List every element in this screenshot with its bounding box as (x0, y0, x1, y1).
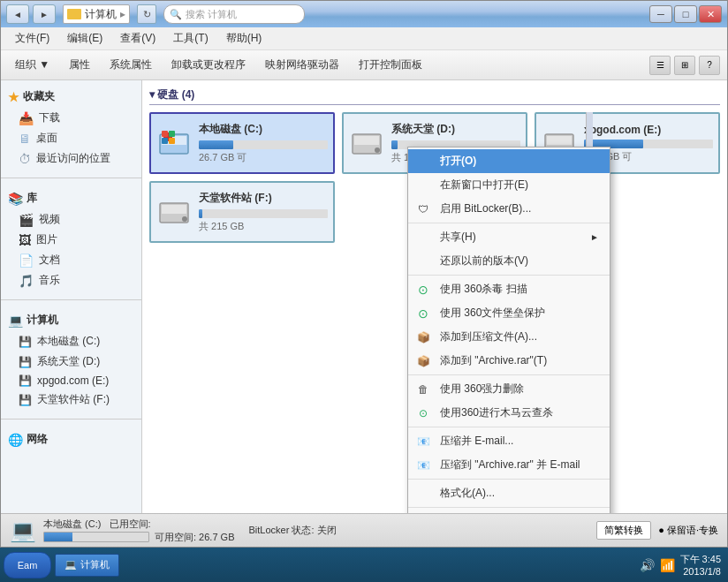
library-icon: 📚 (8, 192, 23, 206)
menu-help[interactable]: 帮助(H) (219, 29, 269, 48)
system-clock: 下午 3:45 2013/1/8 (680, 553, 721, 577)
sidebar-item-drive-d[interactable]: 💾 系统天堂 (D:) (1, 351, 141, 372)
menu-tools[interactable]: 工具(T) (166, 29, 215, 48)
menu-file[interactable]: 文件(F) (8, 29, 57, 48)
minimize-button[interactable]: ─ (649, 5, 672, 23)
drive-d-name: 系统天堂 (D:) (391, 122, 520, 137)
menu-view[interactable]: 查看(V) (113, 29, 163, 48)
maximize-button[interactable]: □ (674, 5, 697, 23)
toolbar-map-drive[interactable]: 映射网络驱动器 (258, 55, 346, 75)
new-window-icon (415, 178, 431, 193)
ctx-open-new-window[interactable]: 在新窗口中打开(E) (408, 173, 610, 197)
search-placeholder: 搜索 计算机 (186, 8, 237, 21)
sidebar-item-video[interactable]: 🎬 视频 (1, 209, 141, 230)
sidebar: ★ 收藏夹 📥 下载 🖥 桌面 ⏱ 最近访问的位置 (1, 80, 142, 513)
network-header: 🌐 网络 (1, 428, 141, 450)
sidebar-item-drive-c[interactable]: 💾 本地磁盘 (C:) (1, 331, 141, 351)
start-button[interactable]: Eam (4, 552, 51, 578)
toolbar-properties[interactable]: 属性 (62, 55, 97, 75)
sidebar-item-pictures[interactable]: 🖼 图片 (1, 230, 141, 250)
address-bar[interactable]: 计算机 ▸ (63, 4, 130, 24)
sidebar-item-documents[interactable]: 📄 文档 (1, 250, 141, 270)
format-icon (415, 486, 431, 502)
clock-time: 下午 3:45 (680, 553, 721, 566)
sidebar-drive-e-label: xpgod.com (E:) (37, 374, 109, 387)
ctx-bitlocker[interactable]: 🛡 启用 BitLocker(B)... (408, 197, 610, 221)
svg-rect-7 (169, 138, 175, 144)
window-controls: ─ □ ✕ (649, 5, 722, 23)
svg-point-16 (182, 216, 187, 222)
task-computer-label: 计算机 (80, 558, 110, 571)
forward-button[interactable]: ► (33, 4, 56, 24)
drive-f-name: 天堂软件站 (F:) (199, 191, 328, 206)
drive-f-item[interactable]: 天堂软件站 (F:) 共 215 GB (149, 181, 335, 243)
toolbar-control-panel[interactable]: 打开控制面板 (352, 55, 429, 75)
library-header: 📚 库 (1, 187, 141, 209)
help-button[interactable]: ? (699, 56, 720, 75)
sidebar-divider-2 (1, 299, 141, 300)
ctx-open[interactable]: 打开(O) (408, 149, 610, 173)
address-arrow: ▸ (120, 8, 125, 20)
ctx-sep-4 (408, 427, 610, 427)
menu-bar: 文件(F) 编辑(E) 查看(V) 工具(T) 帮助(H) (1, 27, 727, 50)
svg-rect-15 (162, 205, 186, 214)
task-computer-icon: 💻 (64, 559, 77, 571)
drive-f-size: 共 215 GB (199, 220, 328, 233)
drive-c-name: 本地磁盘 (C:) (199, 122, 328, 137)
ctx-compress-archive-email[interactable]: 📧 压缩到 "Archive.rar" 并 E-mail (408, 453, 610, 477)
lang-btn-1[interactable]: 简繁转换 (596, 521, 651, 540)
ctx-360-protect[interactable]: ⊙ 使用 360文件堡垒保护 (408, 301, 610, 325)
title-bar: ◄ ► 计算机 ▸ ↻ 🔍 搜索 计算机 ─ □ ✕ (1, 1, 727, 27)
toolbar-system-props[interactable]: 系统属性 (102, 55, 159, 75)
sidebar-item-drive-e[interactable]: 💾 xpgod.com (E:) (1, 372, 141, 389)
360-scan-icon: ⊙ (415, 282, 431, 298)
close-button[interactable]: ✕ (699, 5, 722, 23)
drive-c-item[interactable]: 本地磁盘 (C:) 26.7 GB 可 (149, 112, 335, 174)
drive-c-size: 26.7 GB 可 (199, 151, 328, 164)
sidebar-item-download[interactable]: 📥 下载 (1, 108, 141, 128)
task-computer-button[interactable]: 💻 计算机 (55, 554, 119, 577)
sidebar-video-label: 视频 (39, 212, 60, 227)
360-trojan-icon: ⊙ (415, 405, 431, 421)
download-icon: 📥 (19, 111, 34, 125)
toolbar: 组织 ▼ 属性 系统属性 卸载或更改程序 映射网络驱动器 打开控制面板 ☰ ⊞ … (1, 50, 727, 80)
ctx-360-delete[interactable]: 🗑 使用 360强力删除 (408, 377, 610, 401)
ctx-compress-add[interactable]: 📦 添加到压缩文件(A)... (408, 325, 610, 349)
refresh-button[interactable]: ↻ (137, 4, 156, 24)
toolbar-uninstall[interactable]: 卸载或更改程序 (164, 55, 253, 75)
ctx-360-scan[interactable]: ⊙ 使用 360杀毒 扫描 (408, 277, 610, 301)
tray-icon-2[interactable]: 📶 (660, 558, 675, 572)
ctx-share[interactable]: 共享(H) ► (408, 225, 610, 249)
sidebar-item-drive-f[interactable]: 💾 天堂软件站 (F:) (1, 389, 141, 410)
compress-archive-email-icon: 📧 (415, 457, 431, 473)
drive-f-bar-fill (199, 209, 202, 218)
ctx-compress-email[interactable]: 📧 压缩并 E-mail... (408, 429, 610, 453)
ctx-360-trojan[interactable]: ⊙ 使用360进行木马云查杀 (408, 401, 610, 425)
sidebar-documents-label: 文档 (39, 253, 60, 268)
view-details-button[interactable]: ⊞ (674, 56, 695, 75)
view-toggle-button[interactable]: ☰ (649, 56, 671, 75)
video-icon: 🎬 (19, 213, 34, 227)
ctx-compress-archive[interactable]: 📦 添加到 "Archive.rar"(T) (408, 349, 610, 373)
ctx-sep-5 (408, 479, 610, 480)
sidebar-item-music[interactable]: 🎵 音乐 (1, 270, 141, 291)
ctx-copy[interactable]: 复制(C) (408, 510, 610, 513)
back-button[interactable]: ◄ (6, 4, 29, 24)
menu-edit[interactable]: 编辑(E) (60, 29, 110, 48)
open-icon (415, 154, 431, 170)
ctx-restore-previous[interactable]: 还原以前的版本(V) (408, 249, 610, 273)
lang-radio-1[interactable]: ● 保留语·专换 (658, 524, 718, 537)
main-area: ★ 收藏夹 📥 下载 🖥 桌面 ⏱ 最近访问的位置 (1, 80, 727, 513)
drive-e-icon: 💾 (19, 374, 32, 387)
title-bar-left: ◄ ► 计算机 ▸ ↻ 🔍 搜索 计算机 (6, 4, 305, 24)
search-bar[interactable]: 🔍 搜索 计算机 (163, 4, 305, 24)
tray-icon-1[interactable]: 🔊 (640, 558, 655, 572)
compress-email-icon: 📧 (415, 434, 431, 450)
share-icon (415, 230, 431, 246)
sidebar-divider-3 (1, 419, 141, 419)
network-label: 网络 (27, 432, 48, 447)
sidebar-item-recent[interactable]: ⏱ 最近访问的位置 (1, 148, 141, 169)
toolbar-organize[interactable]: 组织 ▼ (8, 55, 57, 75)
sidebar-item-desktop[interactable]: 🖥 桌面 (1, 128, 141, 148)
ctx-format[interactable]: 格式化(A)... (408, 481, 610, 505)
